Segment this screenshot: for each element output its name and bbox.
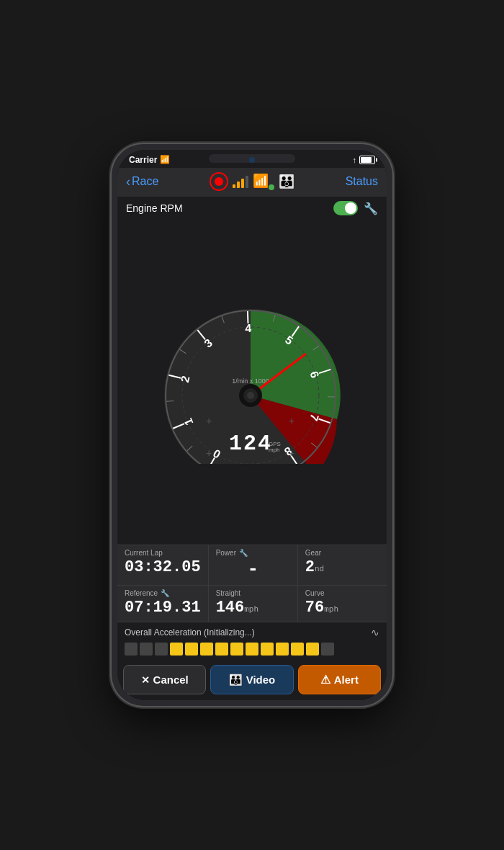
gauge-toggle[interactable] (333, 201, 358, 215)
nav-bar: ‹ Race 📶 (117, 168, 387, 197)
straight-value: 146mph (216, 599, 290, 617)
accel-bar-9 (261, 643, 274, 656)
accel-bar-4 (185, 643, 198, 656)
reference-value: 07:19.31 (125, 599, 201, 617)
location-icon: ↑ (353, 156, 357, 164)
camera-icon[interactable]: 👪 (279, 174, 294, 189)
signal-bar-2 (237, 182, 240, 188)
svg-text:124: 124 (229, 431, 272, 456)
alert-button[interactable]: ⚠ Alert (298, 665, 381, 694)
power-value: - (216, 558, 290, 580)
power-label: Power 🔧 (216, 549, 290, 557)
svg-text:+: + (206, 447, 212, 459)
signal-bar-4 (246, 176, 248, 188)
acceleration-section: Overall Acceleration (Initializing...) ∿ (117, 622, 387, 661)
chevron-left-icon: ‹ (126, 174, 130, 189)
svg-text:mph: mph (269, 447, 280, 453)
wifi-connected-icon: 📶 (253, 173, 274, 190)
wifi-icon: 📶 (160, 155, 170, 164)
accel-bar-11 (291, 643, 304, 656)
data-row-1: Current Lap 03:32.05 Power 🔧 - (117, 545, 387, 585)
curve-label: Curve (305, 589, 379, 597)
gear-label: Gear (305, 549, 379, 557)
back-button[interactable]: ‹ Race (126, 174, 158, 189)
straight-cell: Straight 146mph (209, 586, 298, 622)
battery-icon (359, 156, 375, 164)
accel-bars (125, 642, 379, 656)
data-row-2: Reference 🔧 07:19.31 Straight 146mph (117, 585, 387, 622)
phone-camera (249, 157, 255, 163)
accel-bar-6 (215, 643, 228, 656)
svg-point-34 (247, 392, 254, 399)
record-dot (215, 177, 223, 186)
svg-text:4: 4 (245, 321, 252, 334)
video-button[interactable]: 👪 Video (210, 665, 293, 694)
accel-bar-8 (246, 643, 258, 656)
accel-bar-7 (230, 643, 243, 656)
svg-text:+: + (289, 415, 294, 426)
phone-screen: Carrier 📶 8:11 PM ↑ ‹ Race (117, 150, 387, 700)
phone-frame: Carrier 📶 8:11 PM ↑ ‹ Race (112, 144, 392, 706)
back-label: Race (132, 175, 158, 188)
curve-cell: Curve 76mph (298, 586, 387, 622)
accel-bar-10 (276, 643, 289, 656)
accel-bar-12 (306, 643, 319, 656)
curve-value: 76mph (305, 599, 379, 617)
svg-text:+: + (206, 415, 212, 426)
gauge-title: Engine RPM (126, 202, 183, 214)
gear-value: 2nd (305, 558, 379, 576)
cancel-button[interactable]: ✕ Cancel (123, 665, 206, 694)
data-rows: Current Lap 03:32.05 Power 🔧 - (117, 545, 387, 622)
cancel-x-icon: ✕ (141, 674, 150, 686)
status-button[interactable]: Status (346, 175, 378, 188)
signal-bars (233, 175, 248, 188)
straight-label: Straight (216, 589, 290, 597)
current-lap-cell: Current Lap 03:32.05 (117, 545, 209, 585)
video-camera-icon: 👪 (229, 674, 243, 686)
accel-label: Overall Acceleration (Initializing...) (125, 627, 255, 638)
gauge-container: 0 1 2 3 4 5 6 7 8 1/min x 1000 (117, 217, 387, 545)
power-cell: Power 🔧 - (209, 545, 298, 585)
carrier-text: Carrier (129, 155, 157, 165)
accel-bar-5 (200, 643, 213, 656)
gauge-controls: 🔧 (333, 201, 378, 215)
reference-wrench-icon[interactable]: 🔧 (161, 589, 169, 597)
accel-bar-13 (321, 643, 334, 656)
carrier-label: Carrier 📶 (129, 155, 170, 165)
signal-bar-1 (233, 184, 235, 188)
gauge-header: Engine RPM 🔧 (117, 197, 387, 217)
bottom-buttons: ✕ Cancel 👪 Video ⚠ Alert (117, 661, 387, 700)
svg-text:+: + (289, 447, 294, 459)
current-lap-label: Current Lap (125, 549, 201, 557)
rpm-gauge: 0 1 2 3 4 5 6 7 8 1/min x 1000 (144, 298, 360, 464)
nav-icons: 📶 👪 (210, 172, 294, 191)
signal-bar-3 (241, 179, 244, 188)
accel-bar-1 (140, 643, 153, 656)
gear-cell: Gear 2nd (298, 545, 387, 585)
accel-bar-2 (155, 643, 168, 656)
connection-dot (269, 184, 274, 190)
alert-triangle-icon: ⚠ (320, 673, 330, 686)
status-right: ↑ (353, 156, 376, 164)
record-icon[interactable] (210, 172, 228, 191)
accel-graph-icon: ∿ (371, 627, 379, 638)
svg-text:1/min x 1000: 1/min x 1000 (232, 377, 269, 385)
accel-bar-0 (125, 643, 138, 656)
settings-wrench-icon[interactable]: 🔧 (364, 202, 378, 215)
toggle-knob (345, 202, 356, 214)
reference-label: Reference 🔧 (125, 589, 201, 597)
accel-bar-3 (170, 643, 183, 656)
battery-tip (376, 158, 378, 161)
svg-line-14 (166, 401, 174, 401)
current-lap-value: 03:32.05 (125, 558, 201, 576)
accel-header: Overall Acceleration (Initializing...) ∿ (125, 627, 379, 638)
reference-cell: Reference 🔧 07:19.31 (117, 586, 209, 622)
power-wrench-icon[interactable]: 🔧 (239, 549, 248, 557)
gauge-section: Engine RPM 🔧 (117, 197, 387, 545)
battery-fill (361, 157, 372, 163)
